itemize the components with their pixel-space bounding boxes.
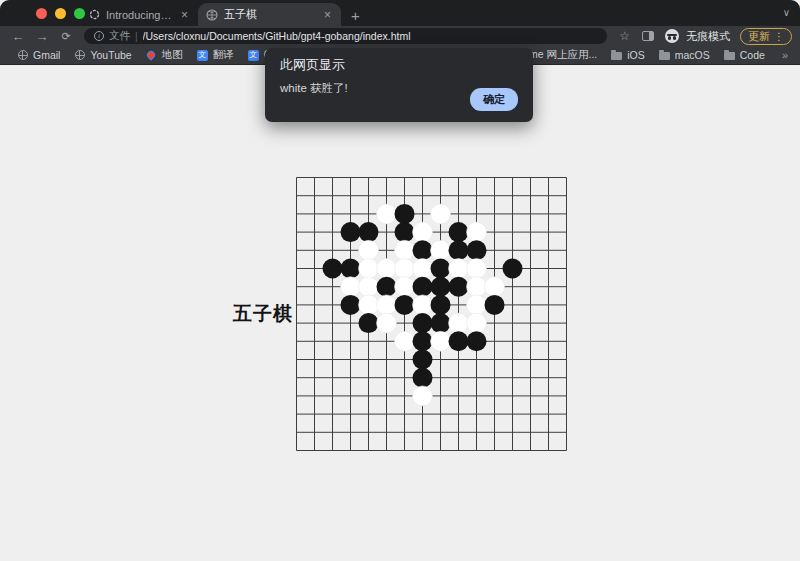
- update-label: 更新: [748, 29, 770, 44]
- reload-button[interactable]: ⟳: [56, 31, 76, 42]
- white-stone: [395, 259, 415, 279]
- info-icon[interactable]: i: [94, 31, 104, 41]
- white-stone: [395, 240, 415, 260]
- bookmarks-overflow-icon[interactable]: »: [772, 49, 790, 61]
- white-stone: [413, 259, 433, 279]
- white-stone: [431, 331, 451, 351]
- black-stone: [431, 259, 451, 279]
- white-stone: [467, 277, 487, 297]
- bookmark-gmail[interactable]: Gmail: [10, 49, 67, 61]
- white-stone: [467, 313, 487, 333]
- black-stone: [467, 240, 487, 260]
- url-divider: |: [135, 31, 138, 42]
- dialog-title: 此网页显示: [280, 56, 518, 74]
- translate-icon: 文: [197, 50, 208, 61]
- white-stone: [413, 295, 433, 315]
- black-stone: [449, 222, 469, 242]
- minimize-window-button[interactable]: [55, 8, 66, 19]
- bookmark-folder-macos[interactable]: macOS: [652, 49, 717, 61]
- white-stone: [377, 259, 397, 279]
- black-stone: [395, 204, 415, 224]
- white-stone: [341, 277, 361, 297]
- white-stone: [413, 386, 433, 406]
- new-tab-button[interactable]: +: [341, 8, 370, 26]
- black-stone: [449, 240, 469, 260]
- black-stone: [503, 259, 523, 279]
- zoom-window-button[interactable]: [74, 8, 85, 19]
- globe-icon: [74, 50, 85, 61]
- update-button[interactable]: 更新 ⋮: [740, 28, 792, 45]
- page-content: 五子棋: [0, 65, 800, 561]
- forward-button[interactable]: →: [32, 30, 52, 43]
- close-window-button[interactable]: [36, 8, 47, 19]
- black-stone: [485, 295, 505, 315]
- bookmark-folder-ios[interactable]: iOS: [604, 49, 652, 61]
- white-stone: [449, 313, 469, 333]
- folder-icon: [724, 50, 735, 61]
- side-panel-icon[interactable]: [642, 31, 654, 41]
- white-stone: [359, 295, 379, 315]
- url-scheme-chip: 文件: [109, 29, 130, 43]
- bookmark-star-icon[interactable]: ☆: [615, 29, 634, 43]
- black-stone: [413, 368, 433, 388]
- black-stone: [341, 259, 361, 279]
- menu-kebab-icon[interactable]: ⋮: [774, 31, 784, 42]
- tab-title: 五子棋: [224, 7, 316, 22]
- white-stone: [413, 222, 433, 242]
- black-stone: [449, 277, 469, 297]
- close-icon[interactable]: ×: [322, 9, 333, 21]
- black-stone: [413, 331, 433, 351]
- folder-icon: [659, 50, 670, 61]
- black-stone: [413, 277, 433, 297]
- tab-title: Introducing ChatGPT Plus: [106, 9, 173, 21]
- page-title: 五子棋: [233, 301, 293, 327]
- close-icon[interactable]: ×: [179, 9, 190, 21]
- black-stone: [431, 295, 451, 315]
- white-stone: [485, 277, 505, 297]
- bookmark-youtube[interactable]: YouTube: [67, 49, 138, 61]
- bookmark-translate[interactable]: 文 翻译: [190, 48, 241, 62]
- black-stone: [395, 295, 415, 315]
- white-stone: [377, 313, 397, 333]
- black-stone: [413, 350, 433, 370]
- globe-icon: [17, 50, 28, 61]
- browser-toolbar: ← → ⟳ i 文件 | /Users/cloxnu/Documents/Git…: [0, 26, 800, 46]
- black-stone: [377, 277, 397, 297]
- tab-gobang[interactable]: 五子棋 ×: [198, 3, 341, 26]
- white-stone: [377, 204, 397, 224]
- white-stone: [467, 222, 487, 242]
- black-stone: [359, 222, 379, 242]
- bookmark-maps[interactable]: 地图: [139, 48, 190, 62]
- black-stone: [413, 313, 433, 333]
- black-stone: [413, 240, 433, 260]
- black-stone: [431, 313, 451, 333]
- white-stone: [395, 331, 415, 351]
- chevron-down-icon[interactable]: ∨: [783, 7, 790, 18]
- black-stone: [341, 295, 361, 315]
- black-stone: [395, 222, 415, 242]
- translate-icon: 文: [248, 50, 259, 61]
- white-stone: [431, 204, 451, 224]
- bookmark-folder-code[interactable]: Code: [717, 49, 772, 61]
- white-stone: [359, 240, 379, 260]
- white-stone: [377, 295, 397, 315]
- browser-window: Introducing ChatGPT Plus × 五子棋 × + ∨ ← →…: [0, 0, 800, 561]
- address-bar[interactable]: i 文件 | /Users/cloxnu/Documents/GitHub/gp…: [84, 28, 607, 44]
- back-button[interactable]: ←: [8, 30, 28, 43]
- black-stone: [431, 277, 451, 297]
- white-stone: [431, 240, 451, 260]
- tab-strip: Introducing ChatGPT Plus × 五子棋 × + ∨: [0, 0, 800, 26]
- white-stone: [359, 259, 379, 279]
- white-stone: [395, 277, 415, 297]
- white-stone: [467, 295, 487, 315]
- white-stone: [467, 259, 487, 279]
- white-stone: [449, 259, 469, 279]
- maps-pin-icon: [146, 50, 157, 61]
- confirm-button[interactable]: 确定: [470, 88, 518, 111]
- url-text: /Users/cloxnu/Documents/GitHub/gpt4-goba…: [143, 30, 411, 42]
- black-stone: [323, 259, 343, 279]
- gobang-board[interactable]: [296, 177, 567, 451]
- black-stone: [341, 222, 361, 242]
- incognito-label: 无痕模式: [686, 29, 730, 44]
- black-stone: [359, 313, 379, 333]
